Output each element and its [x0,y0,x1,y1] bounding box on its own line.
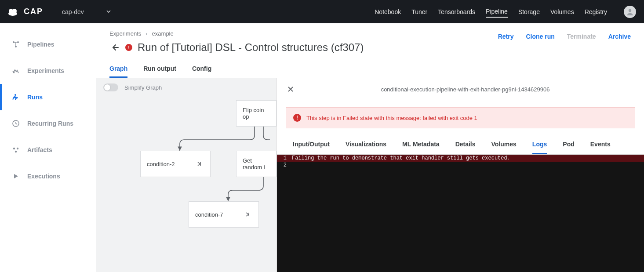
topnav-item-notebook[interactable]: Notebook [375,7,401,17]
log-view[interactable]: 1 Failing the run to demonstrate that ex… [277,155,644,272]
expand-icon[interactable] [243,210,252,219]
expand-icon[interactable] [194,159,204,169]
sidebar-item-label: Artifacts [27,146,52,153]
topnav-item-registry[interactable]: Registry [585,7,607,17]
graph-node-label: Get random i [243,157,270,170]
sidebar-item-executions[interactable]: Executions [0,163,96,189]
avatar[interactable] [624,6,636,18]
chevron-down-icon [106,8,111,15]
page-title: Run of [Tutorial] DSL - Control structur… [138,41,364,54]
detail-tab-details[interactable]: Details [455,135,476,154]
detail-tab-volumes[interactable]: Volumes [491,135,517,154]
topnav-item-pipeline[interactable]: Pipeline [486,6,508,18]
topnav-item-tensorboards[interactable]: Tensorboards [438,7,475,17]
error-icon: ! [293,114,301,122]
sidebar: Pipelines Experiments Runs Recurring Run… [0,23,96,272]
detail-tab-input-output[interactable]: Input/Output [293,135,330,154]
sidebar-item-experiments[interactable]: Experiments [0,58,96,84]
brand: CAP [8,7,43,16]
project-name: cap-dev [62,8,84,15]
log-line-number: 2 [277,162,289,169]
back-button[interactable] [109,42,120,53]
svg-point-3 [629,9,631,11]
details-tabs: Input/Output Visualizations ML Metadata … [277,135,644,155]
sidebar-item-label: Runs [27,94,43,101]
detail-tab-events[interactable]: Events [590,135,611,154]
log-line: 1 Failing the run to demonstrate that ex… [277,155,644,162]
run-tabs: Graph Run output Config [96,54,644,78]
simplify-toggle-row: Simplify Graph [103,83,162,91]
sidebar-item-label: Experiments [27,67,64,74]
sidebar-item-label: Recurring Runs [27,120,73,127]
detail-tab-pod[interactable]: Pod [563,135,574,154]
tab-graph[interactable]: Graph [109,65,127,78]
brand-icon [8,7,20,16]
details-panel: conditional-execution-pipeline-with-exit… [277,78,644,272]
sidebar-item-pipelines[interactable]: Pipelines [0,31,96,58]
svg-point-9 [13,148,15,149]
tab-config[interactable]: Config [192,65,211,78]
topnav-item-volumes[interactable]: Volumes [550,7,574,17]
simplify-toggle[interactable] [103,83,118,91]
action-terminate: Terminate [567,33,596,40]
graph-node-label: condition-7 [195,211,223,218]
brand-text: CAP [24,7,43,16]
breadcrumb-experiments[interactable]: Experiments [109,30,141,37]
graph-canvas[interactable]: Simplify Graph Flip coin op condition-2 [96,78,277,272]
pipelines-icon [11,40,20,49]
detail-tab-logs[interactable]: Logs [532,135,547,154]
topnav-item-storage[interactable]: Storage [518,7,540,17]
error-message: This step is in Failed state with this m… [306,115,477,121]
status-error-icon: ! [125,44,132,51]
log-line-text: Failing the run to demonstrate that exit… [289,155,644,162]
runs-icon [11,93,20,102]
graph-node-label: Flip coin op [243,107,270,120]
sidebar-item-recurring-runs[interactable]: Recurring Runs [0,110,96,137]
artifacts-icon [11,145,20,154]
executions-icon [11,172,20,181]
top-navbar: CAP cap-dev Notebook Tuner Tensorboards … [0,0,644,23]
action-clone-run[interactable]: Clone run [526,33,554,40]
tab-run-output[interactable]: Run output [143,65,176,78]
simplify-label: Simplify Graph [124,84,162,91]
svg-point-11 [15,151,17,152]
main: Experiments › example ! Run of [Tutorial… [96,23,644,272]
graph-node-get-random[interactable]: Get random i [236,151,277,177]
log-line-number: 1 [277,155,289,162]
log-line: 2 [277,162,644,169]
breadcrumb-example[interactable]: example [152,30,174,37]
header-actions: Retry Clone run Terminate Archive [498,33,631,40]
graph-node-label: condition-2 [147,161,175,167]
error-alert: ! This step is in Failed state with this… [286,107,635,128]
svg-point-2 [8,11,17,16]
topnav-items: Notebook Tuner Tensorboards Pipeline Sto… [375,6,636,18]
sidebar-item-label: Executions [27,173,60,180]
sidebar-item-label: Pipelines [27,41,54,48]
graph-node-flip-coin[interactable]: Flip coin op [236,100,277,127]
experiments-icon [11,66,20,75]
svg-point-7 [15,94,16,96]
project-selector[interactable]: cap-dev [61,6,113,18]
topnav-item-tuner[interactable]: Tuner [411,7,427,17]
graph-node-condition-2[interactable]: condition-2 [140,151,211,177]
details-title: conditional-execution-pipeline-with-exit… [295,86,635,93]
graph-node-condition-7[interactable]: condition-7 [189,201,259,228]
svg-point-10 [17,148,18,149]
action-archive[interactable]: Archive [608,33,631,40]
detail-tab-ml-metadata[interactable]: ML Metadata [402,135,440,154]
action-retry[interactable]: Retry [498,33,514,40]
log-line-text [289,162,644,169]
close-button[interactable] [286,84,295,94]
sidebar-item-runs[interactable]: Runs [0,84,96,110]
sidebar-item-artifacts[interactable]: Artifacts [0,137,96,163]
detail-tab-visualizations[interactable]: Visualizations [346,135,386,154]
recurring-runs-icon [11,119,20,128]
chevron-right-icon: › [146,30,147,37]
